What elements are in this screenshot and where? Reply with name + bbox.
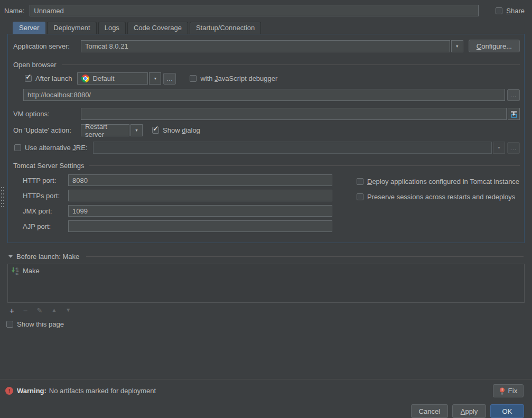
alt-jre-dropdown-button[interactable]: ▼ (493, 142, 505, 154)
task-label: Make (23, 267, 40, 275)
share-label: Share (506, 7, 525, 15)
remove-icon[interactable]: − (23, 306, 28, 314)
after-launch-checkbox[interactable]: ✓ After launch (25, 75, 72, 82)
share-checkbox[interactable]: Share (496, 7, 525, 15)
url-browse-button[interactable]: ... (507, 89, 520, 101)
use-alt-jre-checkbox[interactable]: Use alternative JRE: (14, 144, 88, 152)
https-port-label: HTTPs port: (23, 192, 68, 200)
warning-message: No artifacts marked for deployment (49, 387, 156, 395)
after-launch-checkbox-box[interactable]: ✓ (25, 75, 32, 82)
quickfix-bulb-icon: ! (499, 387, 505, 395)
preserve-sessions-label: Preserve sessions across restarts and re… (367, 193, 515, 201)
deploy-apps-checkbox[interactable]: Deploy applications configured in Tomcat… (357, 175, 519, 187)
tab-logs[interactable]: Logs (98, 22, 126, 34)
application-server-label: Application server: (13, 42, 81, 50)
before-launch-task-list[interactable]: 01 10 01 Make (7, 264, 525, 303)
application-server-combobox[interactable]: Tomcat 8.0.21 (81, 40, 450, 52)
server-tab-panel: Application server: Tomcat 8.0.21 ▼ Conf… (7, 34, 525, 243)
use-alt-jre-checkbox-box[interactable] (14, 144, 21, 151)
make-icon: 01 10 01 (11, 267, 20, 275)
checkmark-icon: ✓ (25, 72, 32, 81)
https-port-input[interactable] (68, 190, 332, 201)
tab-server[interactable]: Server (13, 22, 45, 34)
js-debugger-checkbox[interactable]: with JavaScript debugger (190, 75, 277, 82)
separator-line (86, 256, 524, 257)
show-dialog-label: Show dialog (163, 126, 200, 134)
fix-button[interactable]: ! Fix (493, 384, 524, 397)
tomcat-settings-section-label: Tomcat Server Settings (13, 162, 84, 170)
vm-options-label: VM options: (13, 110, 81, 118)
ajp-port-label: AJP port: (23, 222, 68, 230)
browser-combobox[interactable]: Default (77, 72, 148, 85)
run-configuration-dialog: Name: Share Server Deployment Logs Code … (0, 0, 532, 418)
browser-dropdown-button[interactable]: ▼ (149, 72, 161, 85)
jmx-port-input[interactable] (68, 205, 332, 217)
deploy-apps-checkbox-box[interactable] (357, 178, 363, 185)
js-debugger-checkbox-box[interactable] (190, 75, 197, 82)
svg-text:01: 01 (16, 272, 19, 275)
splitter-handle[interactable] (1, 186, 4, 208)
ok-button[interactable]: OK (490, 404, 524, 418)
add-icon[interactable]: + (10, 306, 14, 314)
footer-buttons: Cancel Apply OK (0, 401, 532, 418)
show-this-page-label: Show this page (17, 320, 64, 328)
use-alt-jre-label: Use alternative JRE: (25, 144, 88, 152)
chrome-browser-icon (81, 75, 89, 82)
chevron-down-icon: ▼ (135, 128, 138, 132)
deploy-apps-label: Deploy applications configured in Tomcat… (367, 178, 519, 185)
show-dialog-checkbox-box[interactable]: ✓ (152, 127, 159, 134)
fix-button-label: Fix (508, 387, 518, 395)
cancel-button[interactable]: Cancel (411, 404, 448, 418)
browser-value: Default (92, 75, 114, 82)
show-dialog-checkbox[interactable]: ✓ Show dialog (152, 126, 200, 134)
warning-label: Warning: (17, 387, 46, 395)
warning-icon: ! (5, 387, 13, 395)
application-server-dropdown-button[interactable]: ▼ (451, 40, 463, 52)
update-action-dropdown-button[interactable]: ▼ (130, 124, 143, 136)
separator-line (62, 64, 520, 65)
update-action-value: Restart server (85, 123, 125, 138)
tab-code-coverage[interactable]: Code Coverage (127, 22, 188, 34)
http-port-label: HTTP port: (23, 177, 68, 184)
alt-jre-browse-button[interactable]: ... (507, 142, 520, 154)
name-row: Name: Share (0, 0, 532, 20)
expand-field-button[interactable] (508, 108, 520, 120)
open-browser-section-label: Open browser (13, 61, 57, 69)
vm-options-input[interactable] (81, 108, 507, 120)
chevron-down-icon: ▼ (153, 77, 157, 80)
name-input[interactable] (30, 5, 479, 16)
update-action-combobox[interactable]: Restart server (81, 124, 129, 136)
apply-button[interactable]: Apply (452, 404, 486, 418)
share-checkbox-box[interactable] (496, 7, 502, 14)
js-debugger-label: with JavaScript debugger (200, 75, 277, 82)
before-launch-label: Before launch: Make (16, 253, 79, 261)
move-down-icon[interactable]: ▼ (66, 308, 71, 313)
chevron-down-icon: ▼ (455, 44, 459, 48)
tab-startup-connection[interactable]: Startup/Connection (190, 22, 261, 34)
edit-icon[interactable]: ✎ (37, 307, 43, 314)
ajp-port-input[interactable] (68, 220, 332, 232)
configure-button[interactable]: Configure... (469, 40, 520, 52)
application-server-value: Tomcat 8.0.21 (85, 42, 128, 50)
move-up-icon[interactable]: ▲ (51, 308, 57, 313)
tab-deployment[interactable]: Deployment (47, 22, 96, 34)
before-launch-header[interactable]: Before launch: Make (8, 253, 524, 261)
preserve-sessions-checkbox[interactable]: Preserve sessions across restarts and re… (357, 191, 519, 202)
show-this-page-checkbox[interactable]: Show this page (6, 320, 532, 328)
name-label: Name: (4, 7, 24, 15)
jmx-port-label: JMX port: (23, 207, 68, 215)
browser-browse-button[interactable]: ... (163, 73, 176, 85)
preserve-sessions-checkbox-box[interactable] (357, 193, 363, 200)
separator-line (89, 165, 520, 166)
chevron-down-icon: ▼ (497, 146, 501, 150)
list-item[interactable]: 01 10 01 Make (11, 266, 521, 276)
expand-icon (510, 110, 518, 118)
warning-row: ! Warning: No artifacts marked for deplo… (0, 379, 532, 401)
http-port-input[interactable] (68, 174, 332, 186)
startup-url-input[interactable] (23, 89, 505, 101)
show-this-page-checkbox-box[interactable] (6, 321, 13, 328)
tab-bar: Server Deployment Logs Code Coverage Sta… (13, 22, 532, 34)
collapse-arrow-icon (8, 255, 13, 258)
alt-jre-input[interactable] (93, 142, 492, 154)
after-launch-label: After launch (35, 75, 72, 82)
